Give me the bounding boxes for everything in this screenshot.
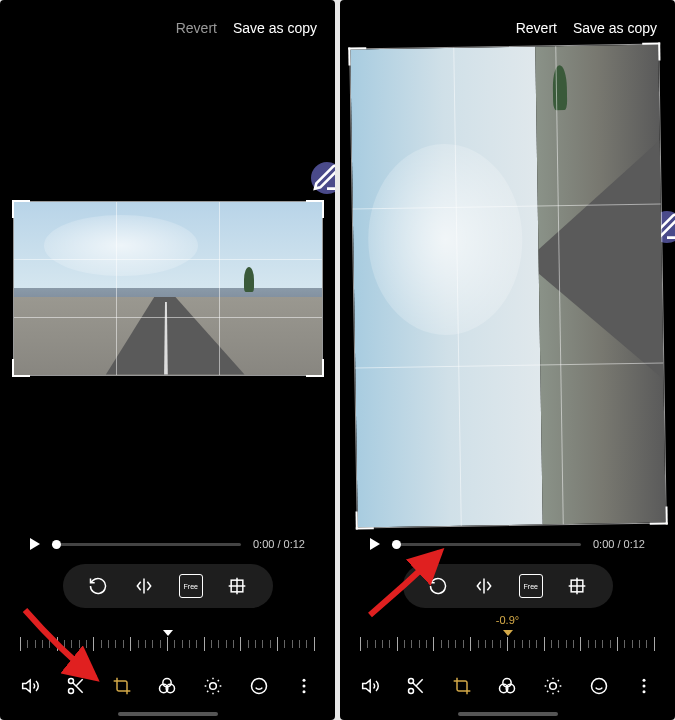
svg-point-6 xyxy=(210,683,217,690)
aspect-ratio-button[interactable]: Free xyxy=(179,574,203,598)
svg-point-20 xyxy=(643,679,646,682)
flip-icon[interactable] xyxy=(132,574,156,598)
svg-point-18 xyxy=(550,683,557,690)
stickers-icon[interactable] xyxy=(247,674,271,698)
rotation-angle-label xyxy=(0,614,335,628)
play-button[interactable] xyxy=(370,538,380,550)
rotate-icon[interactable] xyxy=(86,574,110,598)
editor-screen-left: Revert Save as copy xyxy=(0,0,335,720)
svg-point-13 xyxy=(409,679,414,684)
revert-button[interactable]: Revert xyxy=(516,20,557,36)
svg-point-22 xyxy=(643,690,646,693)
rotation-ruler[interactable] xyxy=(360,632,655,656)
edit-badge-icon[interactable] xyxy=(311,162,335,194)
perspective-icon[interactable] xyxy=(225,574,249,598)
crop-toolbar: Free xyxy=(63,564,273,608)
save-as-copy-button[interactable]: Save as copy xyxy=(233,20,317,36)
svg-point-19 xyxy=(591,679,606,694)
rotation-ruler[interactable] xyxy=(20,632,315,656)
editor-screen-right: Revert Save as copy 0:00 / 0 xyxy=(340,0,675,720)
svg-point-7 xyxy=(251,679,266,694)
play-button[interactable] xyxy=(30,538,40,550)
aspect-ratio-button[interactable]: Free xyxy=(519,574,543,598)
timecode-label: 0:00 / 0:12 xyxy=(253,538,305,550)
audio-icon[interactable] xyxy=(19,674,43,698)
progress-slider[interactable] xyxy=(52,543,241,546)
timecode-label: 0:00 / 0:12 xyxy=(593,538,645,550)
svg-point-2 xyxy=(69,689,74,694)
trim-icon[interactable] xyxy=(64,674,88,698)
playback-controls: 0:00 / 0:12 xyxy=(0,530,335,558)
stickers-icon[interactable] xyxy=(587,674,611,698)
rotation-angle-label: -0.9° xyxy=(340,614,675,628)
svg-point-21 xyxy=(643,685,646,688)
svg-point-1 xyxy=(69,679,74,684)
crop-frame[interactable] xyxy=(13,201,323,376)
svg-point-14 xyxy=(409,689,414,694)
revert-button[interactable]: Revert xyxy=(176,20,217,36)
top-actions: Revert Save as copy xyxy=(340,10,675,46)
video-preview xyxy=(14,202,322,375)
filters-icon[interactable] xyxy=(495,674,519,698)
crop-tab-icon[interactable] xyxy=(110,674,134,698)
progress-slider[interactable] xyxy=(392,543,581,546)
bottom-nav xyxy=(340,664,675,712)
filters-icon[interactable] xyxy=(155,674,179,698)
svg-point-9 xyxy=(303,685,306,688)
audio-icon[interactable] xyxy=(359,674,383,698)
trim-icon[interactable] xyxy=(404,674,428,698)
bottom-nav xyxy=(0,664,335,712)
preview-area xyxy=(340,46,675,530)
svg-point-10 xyxy=(303,690,306,693)
more-icon[interactable] xyxy=(292,674,316,698)
home-indicator xyxy=(118,712,218,716)
top-actions: Revert Save as copy xyxy=(0,10,335,46)
home-indicator xyxy=(458,712,558,716)
crop-frame[interactable] xyxy=(349,44,667,529)
svg-point-8 xyxy=(303,679,306,682)
flip-icon[interactable] xyxy=(472,574,496,598)
save-as-copy-button[interactable]: Save as copy xyxy=(573,20,657,36)
crop-toolbar: Free xyxy=(403,564,613,608)
brightness-icon[interactable] xyxy=(541,674,565,698)
more-icon[interactable] xyxy=(632,674,656,698)
video-preview xyxy=(350,45,665,528)
playback-controls: 0:00 / 0:12 xyxy=(340,530,675,558)
perspective-icon[interactable] xyxy=(565,574,589,598)
preview-area xyxy=(0,46,335,530)
brightness-icon[interactable] xyxy=(201,674,225,698)
rotate-icon[interactable] xyxy=(426,574,450,598)
crop-tab-icon[interactable] xyxy=(450,674,474,698)
